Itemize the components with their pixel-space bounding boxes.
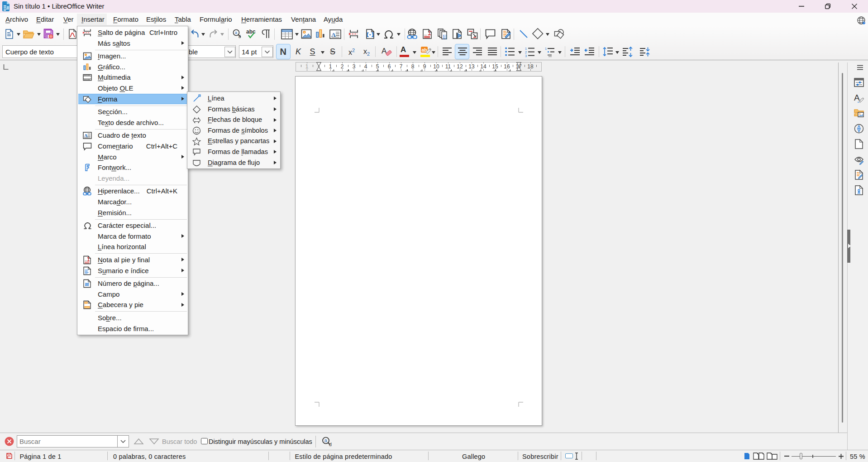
svg-text:A: A — [331, 31, 336, 38]
svg-text:[i]: [i] — [443, 34, 447, 39]
svg-text:d: d — [238, 34, 241, 39]
svg-text:3: 3 — [525, 54, 527, 58]
svg-text:d: d — [329, 442, 332, 447]
svg-text:A: A — [84, 133, 88, 138]
svg-text:1: 1 — [545, 47, 547, 51]
svg-text:A: A — [854, 93, 860, 102]
svg-text:1: 1 — [428, 30, 431, 36]
svg-text:a: a — [324, 438, 327, 443]
svg-text:abc: abc — [246, 29, 256, 35]
svg-text:a: a — [235, 30, 237, 35]
